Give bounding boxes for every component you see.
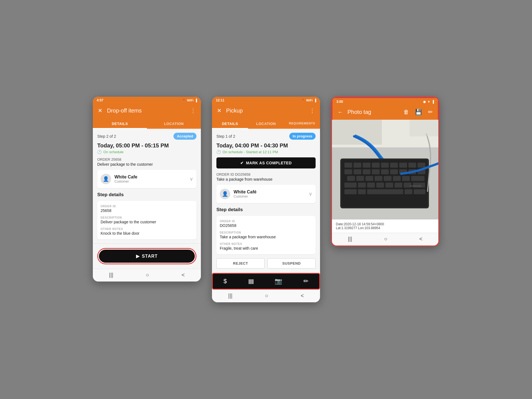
step-header-2: Step 1 of 2 In progress bbox=[216, 133, 316, 140]
status-icons-1: 📍 WiFi ▐ bbox=[182, 99, 197, 102]
phone-phototag: 3:00 ◉ ▼ ▐ ← Photo tag 🗑 💾 ✏ bbox=[331, 97, 439, 246]
tab-details-1[interactable]: DETAILS bbox=[93, 119, 147, 129]
barcode-icon[interactable]: ||||||| bbox=[248, 278, 254, 284]
save-button-3[interactable]: 💾 bbox=[414, 108, 423, 116]
field-orderid-1: ORDER ID 25658 bbox=[101, 205, 193, 213]
svg-rect-8 bbox=[372, 163, 380, 168]
svg-rect-34 bbox=[376, 183, 384, 188]
status-icons-2: 📍 WiFi ▐ bbox=[301, 99, 316, 102]
nav-menu-3[interactable]: ||| bbox=[348, 236, 352, 242]
dollar-icon[interactable]: $ bbox=[224, 278, 227, 285]
menu-button-1[interactable]: ⋮ bbox=[189, 106, 197, 115]
customer-name-1: White Cafe bbox=[114, 175, 137, 180]
nav-back-2[interactable]: < bbox=[301, 293, 304, 299]
customer-name-2: White Café bbox=[234, 190, 257, 195]
pencil-icon[interactable]: ✏ bbox=[303, 278, 308, 285]
time-2: 12:11 bbox=[216, 98, 224, 102]
phone-dropoff: 4:57 📍 WiFi ▐ ✕ Drop-off items ⋮ DETAILS… bbox=[93, 97, 201, 282]
svg-rect-39 bbox=[344, 189, 357, 194]
field-value-notes-2: Fragile, treat with care bbox=[220, 246, 312, 250]
svg-rect-15 bbox=[354, 169, 361, 174]
field-orderid-2: ORDER ID DO25658 bbox=[220, 220, 312, 228]
chevron-down-icon-2: ∨ bbox=[309, 191, 312, 197]
svg-rect-13 bbox=[418, 163, 425, 168]
screen-title-2: Pickup bbox=[226, 108, 308, 114]
chevron-down-icon-1: ∨ bbox=[190, 176, 193, 182]
field-label-notes-2: OTHER NOTES bbox=[220, 242, 312, 245]
suspend-button[interactable]: SUSPEND bbox=[267, 258, 316, 268]
close-button-1[interactable]: ✕ bbox=[97, 106, 104, 115]
field-desc-2: DESCRIPTION Take a package from warehous… bbox=[220, 231, 312, 239]
menu-button-2[interactable]: ⋮ bbox=[308, 106, 316, 115]
customer-info-1: 👤 White Cafe Customer bbox=[101, 174, 137, 184]
content-2: Step 1 of 2 In progress Today, 04:00 PM … bbox=[212, 129, 320, 273]
field-value-notes-1: Knock to the blue door bbox=[101, 231, 193, 236]
svg-rect-26 bbox=[375, 176, 382, 181]
clock-icon-2: 🕐 bbox=[216, 150, 221, 154]
content-1: Step 2 of 2 Accepted Today, 05:00 PM - 0… bbox=[93, 129, 201, 243]
tab-requirements-2[interactable]: REQUIREMENTS bbox=[284, 119, 320, 129]
svg-rect-45 bbox=[410, 120, 438, 136]
svg-rect-42 bbox=[405, 189, 412, 194]
screen-title-1: Drop-off items bbox=[107, 108, 189, 114]
clock-icon-1: 🕐 bbox=[97, 150, 102, 154]
status-icons-3: ◉ ▼ ▐ bbox=[423, 100, 434, 104]
svg-rect-17 bbox=[372, 169, 380, 174]
svg-rect-19 bbox=[390, 169, 398, 174]
nav-back-3[interactable]: < bbox=[419, 236, 423, 242]
customer-info-2: 👤 White Café Customer bbox=[220, 189, 257, 199]
photo-top-bar-icons: 🗑 💾 ✏ bbox=[402, 108, 434, 116]
svg-rect-43 bbox=[414, 189, 425, 194]
close-button-2[interactable]: ✕ bbox=[216, 106, 223, 115]
svg-rect-16 bbox=[363, 169, 370, 174]
svg-rect-5 bbox=[344, 163, 352, 168]
camera-icon[interactable]: 📷 bbox=[275, 278, 282, 285]
svg-rect-9 bbox=[381, 163, 389, 168]
tab-location-2[interactable]: LOCATION bbox=[248, 119, 284, 129]
svg-rect-14 bbox=[344, 169, 352, 174]
field-notes-2: OTHER NOTES Fragile, treat with care bbox=[220, 242, 312, 250]
svg-rect-18 bbox=[381, 169, 389, 174]
customer-card-2[interactable]: 👤 White Café Customer ∨ bbox=[216, 185, 316, 203]
back-button-3[interactable]: ← bbox=[336, 108, 344, 116]
svg-rect-35 bbox=[385, 183, 393, 188]
nav-menu-2[interactable]: ||| bbox=[228, 293, 232, 299]
svg-rect-36 bbox=[395, 183, 402, 188]
top-bar-3: ← Photo tag 🗑 💾 ✏ bbox=[332, 105, 438, 120]
datetime-1: Today, 05:00 PM - 05:15 PM bbox=[97, 142, 196, 149]
time-1: 4:57 bbox=[97, 98, 103, 102]
svg-rect-6 bbox=[354, 163, 361, 168]
phone-pickup: 12:11 📍 WiFi ▐ ✕ Pickup ⋮ DETAILS LOCATI… bbox=[212, 97, 320, 302]
svg-rect-11 bbox=[399, 163, 407, 168]
step-details-title-2: Step details bbox=[216, 207, 316, 213]
start-button[interactable]: ▶ START bbox=[99, 250, 195, 263]
start-btn-wrapper: ▶ START bbox=[97, 248, 196, 264]
edit-button-3[interactable]: ✏ bbox=[427, 108, 434, 116]
svg-rect-2 bbox=[332, 120, 382, 145]
photo-section: ⊲defender Date:2020-12-18 14:59:54+0800 … bbox=[332, 120, 438, 233]
tab-location-1[interactable]: LOCATION bbox=[147, 119, 201, 129]
nav-home-2[interactable]: ○ bbox=[265, 293, 268, 299]
svg-rect-33 bbox=[367, 183, 375, 188]
customer-card-1[interactable]: 👤 White Cafe Customer ∨ bbox=[97, 170, 196, 188]
order-desc-1: Deliver package to the customer bbox=[97, 162, 196, 167]
delete-button-3[interactable]: 🗑 bbox=[402, 108, 410, 116]
svg-rect-31 bbox=[344, 183, 357, 188]
reject-button[interactable]: REJECT bbox=[216, 258, 265, 268]
screen-title-3: Photo tag bbox=[347, 109, 402, 115]
action-toolbar: $ ||||||| 📷 ✏ bbox=[213, 274, 319, 289]
nav-bar-1: ||| ○ < bbox=[93, 269, 201, 282]
step-text-2: Step 1 of 2 bbox=[216, 134, 235, 139]
nav-menu-1[interactable]: ||| bbox=[109, 272, 113, 278]
status-bar-3: 3:00 ◉ ▼ ▐ bbox=[332, 98, 438, 105]
mark-completed-button[interactable]: ✔ MARK AS COMPLETED bbox=[216, 157, 316, 168]
tab-details-2[interactable]: DETAILS bbox=[212, 119, 248, 129]
svg-rect-12 bbox=[408, 163, 416, 168]
svg-rect-29 bbox=[402, 176, 410, 181]
step-header-1: Step 2 of 2 Accepted bbox=[97, 133, 196, 140]
svg-rect-27 bbox=[384, 176, 392, 181]
nav-home-1[interactable]: ○ bbox=[146, 272, 149, 278]
bottom-area-1: ▶ START bbox=[93, 243, 201, 269]
nav-back-1[interactable]: < bbox=[181, 272, 185, 278]
nav-home-3[interactable]: ○ bbox=[384, 236, 387, 242]
